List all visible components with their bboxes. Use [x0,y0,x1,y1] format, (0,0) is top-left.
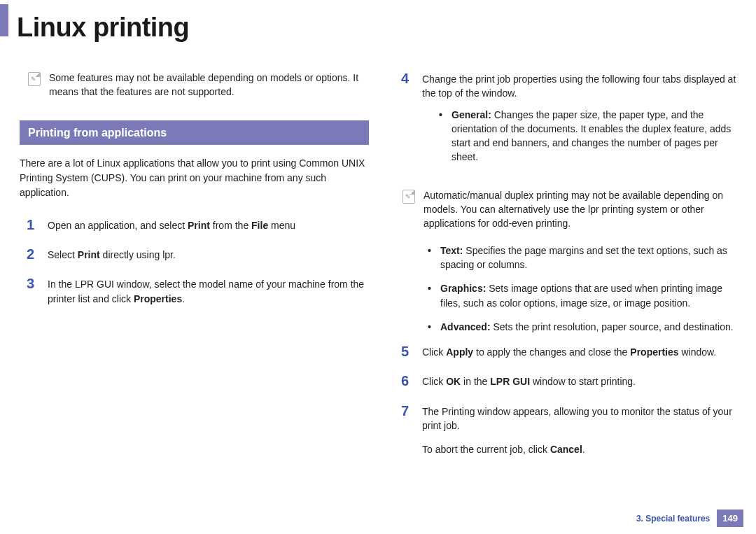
note-text-2: Automatic/manual duplex printing may not… [424,188,743,231]
footer-page-number: 149 [717,510,743,527]
tab-bullet-list: General: Changes the paper size, the pap… [422,108,743,164]
step-number: 4 [401,71,412,174]
step-body: Click Apply to apply the changes and clo… [422,344,743,359]
title-accent [0,4,8,36]
bullet-general: General: Changes the paper size, the pap… [439,108,743,164]
step-number: 1 [27,217,38,232]
step-6: 6 Click OK in the LPR GUI window to star… [394,373,743,388]
note-block-1: Some features may not be available depen… [20,71,369,99]
note-text-1: Some features may not be available depen… [49,71,369,99]
step-body: Select Print directly using lpr. [48,246,369,262]
tab-bullet-list-2: Text: Specifies the page margins and set… [394,244,743,334]
step-7: 7 The Printing window appears, allowing … [394,403,743,457]
bullet-graphics: Graphics: Sets image options that are us… [428,281,743,310]
step-number: 3 [27,276,38,306]
step-body: The Printing window appears, allowing yo… [422,403,743,457]
note-icon [28,72,41,86]
step-number: 6 [401,373,412,388]
bullet-advanced: Advanced: Sets the print resolution, pap… [428,320,743,334]
note-icon [402,190,415,204]
right-column: 4 Change the print job properties using … [394,71,743,471]
step-2: 2 Select Print directly using lpr. [20,246,369,262]
step-body: Change the print job properties using th… [422,71,743,174]
step-body: Open an application, and select Print fr… [48,217,369,232]
section-heading: Printing from applications [20,120,369,145]
step-1: 1 Open an application, and select Print … [20,217,369,232]
content-columns: Some features may not be available depen… [0,43,756,471]
step-body: Click OK in the LPR GUI window to start … [422,373,743,388]
page-footer: 3. Special features 149 [636,510,743,527]
left-column: Some features may not be available depen… [20,71,369,471]
step-3: 3 In the LPR GUI window, select the mode… [20,276,369,306]
bullet-text: Text: Specifies the page margins and set… [428,244,743,272]
step-7-extra: To abort the current job, click Cancel. [422,442,743,456]
step-4: 4 Change the print job properties using … [394,71,743,174]
note-block-2: Automatic/manual duplex printing may not… [394,188,743,231]
footer-chapter: 3. Special features [636,514,710,524]
step-number: 2 [27,246,38,262]
step-5: 5 Click Apply to apply the changes and c… [394,344,743,359]
step-body: In the LPR GUI window, select the model … [48,276,369,306]
title-bar: Linux printing [0,1,756,43]
step-number: 5 [401,344,412,359]
step-number: 7 [401,403,412,457]
page-title: Linux printing [17,13,189,43]
intro-paragraph: There are a lot of Linux applications th… [20,156,369,200]
